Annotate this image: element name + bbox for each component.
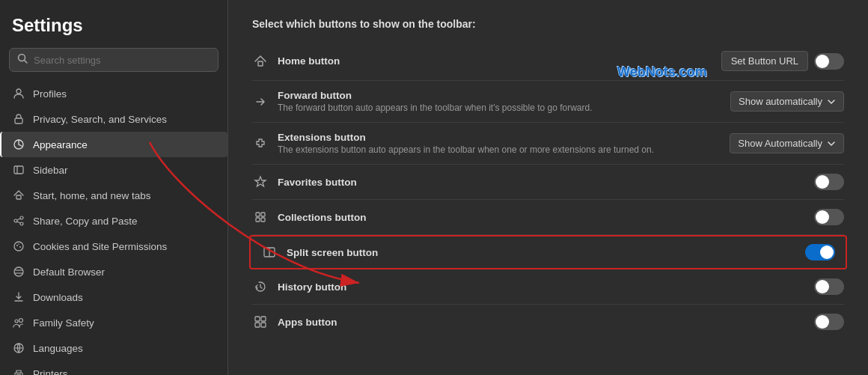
forward-button-row: Forward button The forward button auto a… — [252, 81, 844, 123]
svg-point-2 — [16, 89, 21, 94]
home-icon — [12, 189, 25, 202]
home-button-toggle-knob — [816, 55, 829, 68]
svg-rect-30 — [261, 213, 265, 216]
sidebar-item-cookies[interactable]: Cookies and Site Permissions — [0, 234, 227, 259]
history-button-label: History button — [278, 281, 805, 293]
svg-point-17 — [14, 267, 23, 276]
split-screen-button-label: Split screen button — [287, 247, 796, 258]
favorites-button-control — [814, 174, 844, 190]
extensions-button-desc: The extensions button auto appears in th… — [278, 144, 721, 155]
history-button-row: History button — [252, 269, 844, 305]
sidebar-title: Settings — [0, 15, 227, 48]
split-screen-row-icon — [261, 244, 278, 260]
home-button-row: Home button Set Button URL — [252, 42, 844, 81]
svg-rect-29 — [256, 213, 260, 216]
sidebar-item-share[interactable]: Share, Copy and Paste — [0, 208, 227, 234]
sidebar-item-start-home[interactable]: Start, home, and new tabs — [0, 183, 227, 208]
forward-dropdown[interactable]: Show automatically — [730, 91, 844, 112]
split-screen-button-toggle[interactable] — [805, 244, 835, 260]
svg-rect-36 — [261, 317, 266, 321]
svg-point-16 — [18, 243, 19, 245]
history-button-toggle-knob — [816, 280, 829, 293]
history-button-content: History button — [278, 281, 805, 293]
collections-row-icon — [252, 209, 269, 225]
split-screen-button-control — [805, 244, 835, 260]
svg-point-15 — [19, 246, 21, 248]
sidebar-item-printers[interactable]: Printers — [0, 361, 227, 375]
apps-button-control — [814, 314, 844, 330]
sidebar-item-default-browser[interactable]: Default Browser — [0, 259, 227, 284]
search-box[interactable] — [9, 48, 218, 72]
svg-line-12 — [17, 222, 20, 223]
svg-rect-37 — [255, 323, 260, 327]
split-screen-button-content: Split screen button — [287, 247, 796, 258]
sidebar-item-appearance[interactable]: Appearance — [0, 132, 227, 157]
sidebar-item-sidebar[interactable]: Sidebar — [0, 157, 227, 183]
sidebar-item-profiles[interactable]: Profiles — [0, 81, 227, 106]
share-icon — [12, 214, 25, 228]
svg-rect-32 — [261, 218, 265, 222]
family-icon — [12, 316, 25, 329]
collections-button-toggle-knob — [816, 210, 829, 224]
svg-point-13 — [14, 242, 23, 251]
forward-button-control: Show automatically — [730, 91, 844, 112]
sidebar-item-label: Privacy, Search, and Services — [33, 114, 167, 125]
extensions-button-content: Extensions button The extensions button … — [278, 132, 721, 155]
svg-rect-38 — [261, 323, 266, 327]
section-title: Select which buttons to show on the tool… — [252, 18, 844, 30]
svg-rect-28 — [258, 61, 263, 66]
sidebar-item-privacy[interactable]: Privacy, Search, and Services — [0, 106, 227, 132]
apps-button-content: Apps button — [278, 317, 805, 328]
svg-point-10 — [20, 222, 23, 225]
extensions-dropdown-value: Show Automatically — [738, 138, 822, 149]
cookies-icon — [12, 240, 25, 253]
search-icon — [17, 53, 28, 67]
sidebar-item-label: Start, home, and new tabs — [33, 190, 151, 201]
svg-rect-31 — [256, 218, 260, 222]
printer-icon — [12, 367, 25, 375]
home-row-icon — [252, 53, 269, 70]
apps-button-label: Apps button — [278, 317, 805, 328]
favorites-button-content: Favorites button — [278, 177, 805, 188]
collections-button-toggle[interactable] — [814, 209, 844, 225]
favorites-button-toggle[interactable] — [814, 174, 844, 190]
svg-rect-35 — [255, 317, 260, 321]
svg-point-9 — [14, 219, 17, 222]
sidebar-item-label: Share, Copy and Paste — [33, 216, 138, 227]
apps-button-toggle-knob — [816, 315, 829, 329]
extensions-dropdown[interactable]: Show Automatically — [730, 133, 844, 153]
collections-button-row: Collections button — [252, 200, 844, 235]
appearance-icon — [12, 138, 25, 151]
sidebar-item-label: Downloads — [33, 292, 83, 303]
set-button-url-btn[interactable]: Set Button URL — [721, 51, 808, 71]
lock-icon — [12, 112, 25, 126]
search-input[interactable] — [34, 55, 210, 66]
favorites-button-label: Favorites button — [278, 177, 805, 188]
history-button-toggle[interactable] — [814, 278, 844, 295]
profile-icon — [12, 87, 25, 100]
home-button-label: Home button — [278, 55, 712, 67]
history-button-control — [814, 278, 844, 295]
apps-button-row: Apps button — [252, 305, 844, 339]
split-screen-button-toggle-knob — [820, 246, 834, 259]
svg-point-14 — [16, 245, 18, 246]
browser-icon — [12, 265, 25, 278]
home-button-toggle[interactable] — [814, 53, 844, 70]
svg-point-22 — [19, 319, 23, 323]
main-content: WebNots.com Select which buttons to show… — [228, 0, 868, 375]
sidebar-icon — [12, 163, 25, 177]
collections-button-control — [814, 209, 844, 225]
home-button-control: Set Button URL — [721, 51, 844, 71]
sidebar-item-label: Family Safety — [33, 317, 94, 329]
download-icon — [12, 290, 25, 304]
sidebar-item-label: Languages — [33, 343, 83, 354]
collections-button-content: Collections button — [278, 212, 805, 223]
apps-button-toggle[interactable] — [814, 314, 844, 330]
sidebar-item-downloads[interactable]: Downloads — [0, 284, 227, 310]
sidebar-item-label: Default Browser — [33, 266, 105, 278]
favorites-button-toggle-knob — [816, 175, 829, 189]
svg-line-11 — [17, 219, 20, 220]
sidebar-item-family-safety[interactable]: Family Safety — [0, 310, 227, 335]
sidebar-item-languages[interactable]: Languages — [0, 335, 227, 361]
forward-row-icon — [252, 94, 269, 110]
